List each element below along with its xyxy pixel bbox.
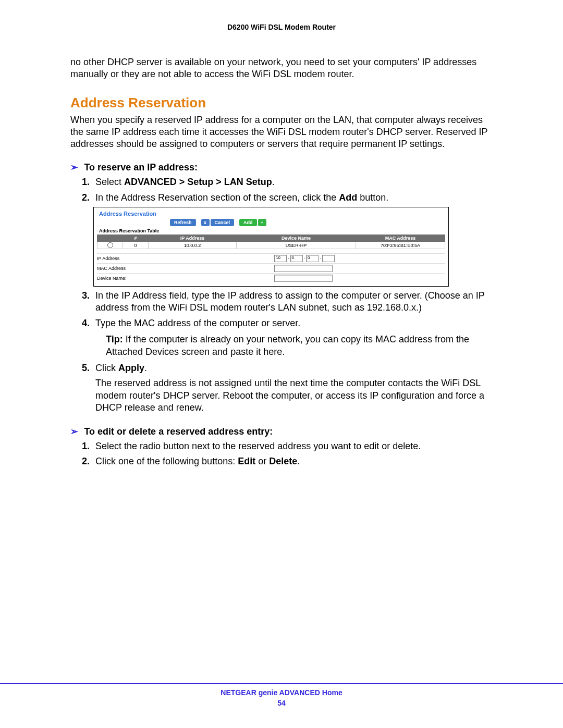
step-5-suffix: . xyxy=(144,363,147,373)
ip-octet-1[interactable]: 10 xyxy=(274,255,287,262)
step-2-suffix: button. xyxy=(357,192,388,203)
ip-octet-3[interactable]: 0 xyxy=(306,255,319,262)
task-heading-1-text: To reserve an IP address: xyxy=(84,162,197,172)
chevron-right-icon: ➢ xyxy=(70,162,82,173)
col-ip: IP Address xyxy=(149,235,237,241)
col-mac: MAC Address xyxy=(356,235,445,241)
footer-rule xyxy=(0,683,563,684)
step-1-text: Select xyxy=(95,177,124,187)
step-5-bold: Apply xyxy=(118,363,144,373)
section-intro: When you specify a reserved IP address f… xyxy=(70,114,493,150)
step-1-suffix: . xyxy=(272,177,275,187)
step-2-bold: Add xyxy=(339,192,357,203)
task-heading-1: ➢ To reserve an IP address: xyxy=(70,162,493,173)
section-title: Address Reservation xyxy=(70,95,493,111)
cell-num: 0 xyxy=(123,241,149,249)
ip-octet-4[interactable] xyxy=(322,255,335,262)
table-caption: Address Reservation Table xyxy=(99,228,445,233)
t2-step-2-suffix: . xyxy=(297,456,300,466)
plus-icon: + xyxy=(258,219,266,226)
row-radio[interactable] xyxy=(107,242,113,248)
panel-title: Address Reservation xyxy=(99,211,445,217)
ip-octet-2[interactable]: 0 xyxy=(290,255,303,262)
t2-step-2-text: Click one of the following buttons: xyxy=(95,456,238,466)
step-4: Type the MAC address of the computer or … xyxy=(70,317,493,358)
content-area: D6200 WiFi DSL Modem Router no other DHC… xyxy=(70,23,493,728)
cell-device: USER-HP xyxy=(237,241,356,249)
steps-list-1: Select ADVANCED > Setup > LAN Setup. In … xyxy=(70,176,493,204)
doc-header: D6200 WiFi DSL Modem Router xyxy=(70,23,493,31)
chevron-right-icon: ➢ xyxy=(70,426,82,437)
add-button-label: Add xyxy=(239,219,257,226)
cell-ip: 10.0.0.2 xyxy=(149,241,237,249)
step-3: In the IP Address field, type the IP add… xyxy=(70,290,493,314)
step-2: In the Address Reservation section of th… xyxy=(70,192,493,204)
t2-step-2-b1: Edit xyxy=(238,456,255,466)
steps-list-2: Select the radio button next to the rese… xyxy=(70,440,493,468)
step-2-text: In the Address Reservation section of th… xyxy=(95,192,339,203)
step-5: Click Apply. The reserved address is not… xyxy=(70,362,493,414)
step-5-body: The reserved address is not assigned unt… xyxy=(95,377,493,414)
cancel-button-label: Cancel xyxy=(211,219,235,226)
lead-paragraph: no other DHCP server is available on you… xyxy=(70,56,493,80)
page-number: 54 xyxy=(0,699,563,707)
tip-block: Tip: If the computer is already on your … xyxy=(95,334,493,358)
reservation-form: IP Address 10. 0. 0. MAC Address Dev xyxy=(97,253,445,282)
step-1: Select ADVANCED > Setup > LAN Setup. xyxy=(70,176,493,188)
task-heading-2: ➢ To edit or delete a reserved address e… xyxy=(70,426,493,437)
step-1-bold: ADVANCED > Setup > LAN Setup xyxy=(124,177,272,187)
document-page: D6200 WiFi DSL Modem Router no other DHC… xyxy=(0,0,563,728)
refresh-button[interactable]: Refresh xyxy=(170,219,196,226)
t2-step-2-mid: or xyxy=(255,456,269,466)
task-heading-2-text: To edit or delete a reserved address ent… xyxy=(84,426,273,437)
mac-address-label: MAC Address xyxy=(97,266,139,271)
tip-label: Tip: xyxy=(106,334,123,344)
step-5-text: Click xyxy=(95,363,118,373)
t2-step-2: Click one of the following buttons: Edit… xyxy=(70,455,493,467)
col-device: Device Name xyxy=(237,235,356,241)
add-button[interactable]: Add + xyxy=(239,219,266,226)
step-4-text: Type the MAC address of the computer or … xyxy=(95,318,300,328)
ip-address-label: IP Address xyxy=(97,256,139,261)
tip-text: If the computer is already on your netwo… xyxy=(106,334,469,356)
mac-address-input[interactable] xyxy=(274,265,333,272)
address-reservation-panel: Address Reservation Refresh x Cancel Add… xyxy=(93,207,449,287)
panel-buttons: Refresh x Cancel Add + xyxy=(170,219,445,226)
device-name-label: Device Name: xyxy=(97,276,139,281)
t2-step-2-b2: Delete xyxy=(269,456,297,466)
cell-mac: 70:F3:95:B1:E0:5A xyxy=(356,241,445,249)
col-num: # xyxy=(123,235,149,241)
close-icon: x xyxy=(201,219,210,226)
reservation-table: # IP Address Device Name MAC Address 0 1… xyxy=(97,235,445,249)
steps-list-1b: In the IP Address field, type the IP add… xyxy=(70,290,493,414)
page-footer: NETGEAR genie ADVANCED Home 54 xyxy=(0,683,563,707)
t2-step-1: Select the radio button next to the rese… xyxy=(70,440,493,452)
table-row: 0 10.0.0.2 USER-HP 70:F3:95:B1:E0:5A xyxy=(97,241,445,249)
device-name-input[interactable] xyxy=(274,275,333,282)
ip-address-input-group: 10. 0. 0. xyxy=(274,255,335,262)
footer-text: NETGEAR genie ADVANCED Home xyxy=(0,688,563,697)
cancel-button[interactable]: x Cancel xyxy=(201,219,235,226)
